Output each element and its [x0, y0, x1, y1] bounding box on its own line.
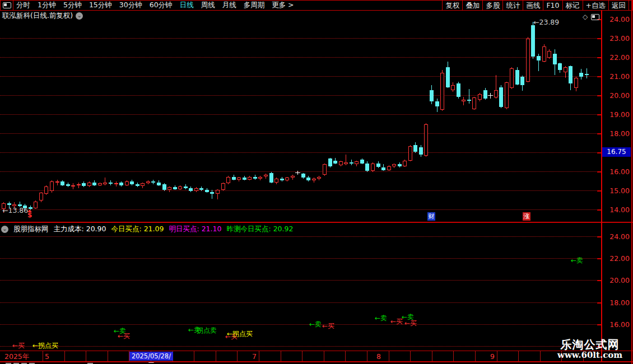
- indicator-field: 昨测今日买点: 20.92: [226, 225, 293, 234]
- time-axis-tick: [540, 351, 541, 361]
- tab-weekly[interactable]: 周线: [201, 1, 215, 10]
- news-badge[interactable]: 涨: [523, 212, 530, 221]
- candle-up: [221, 183, 225, 190]
- axis-tick: [597, 171, 601, 172]
- gridline: [0, 280, 601, 281]
- time-axis-tick: [518, 351, 519, 361]
- period-tabs: 分时1分钟5分钟15分钟30分钟60分钟日线周线月线多周期更多 >: [16, 1, 294, 10]
- tab-1min[interactable]: 1分钟: [38, 1, 56, 10]
- axis-tick: [597, 152, 601, 153]
- axis-tick: [597, 133, 601, 134]
- candle-up: [125, 181, 129, 185]
- candle-down: [333, 161, 337, 164]
- signal-buy: ←买: [322, 323, 334, 329]
- overlay-button[interactable]: 叠加: [462, 1, 482, 10]
- candle-up: [264, 175, 268, 176]
- chevron-down-icon[interactable]: ⌄: [1, 226, 8, 233]
- candle-down: [446, 67, 450, 87]
- gridline: [0, 209, 601, 210]
- diamond-icon[interactable]: ◇: [583, 13, 588, 21]
- gridline: [0, 236, 601, 237]
- maximize-pane-icon[interactable]: [591, 14, 599, 20]
- chevron-down-icon[interactable]: ⌄: [76, 12, 83, 20]
- gridline: [0, 258, 601, 259]
- candle-down: [365, 164, 369, 171]
- indicator-field: 今日买点: 21.09: [111, 225, 164, 234]
- layout-split-button[interactable]: [1, 1, 13, 10]
- tab-5min[interactable]: 5分钟: [63, 1, 82, 10]
- candle-up: [146, 181, 150, 183]
- tab-30min[interactable]: 30分钟: [119, 1, 142, 10]
- candle-down: [558, 63, 562, 70]
- candle-down: [269, 173, 273, 183]
- time-axis[interactable]: 2025/05/28/三 2025年5789: [0, 351, 633, 361]
- signal-sell: ←卖: [309, 321, 322, 328]
- time-axis-tick: [86, 351, 86, 361]
- time-axis-tick: [194, 351, 194, 361]
- adjust-price-button[interactable]: 复权: [442, 1, 462, 10]
- candle-up: [339, 161, 343, 165]
- axis-tick: [597, 324, 601, 325]
- gridline: [0, 302, 601, 303]
- candle-up: [344, 162, 348, 164]
- candle-wick: [469, 89, 469, 104]
- candle-up: [50, 181, 54, 191]
- candle-down: [157, 183, 161, 185]
- axis-tick: [597, 258, 601, 259]
- indicator-field: 主力成本: 20.90: [54, 225, 106, 234]
- tab-daily[interactable]: 日线: [180, 1, 194, 10]
- axis-tick: [597, 76, 601, 77]
- y-axis-label: 24.00: [604, 16, 630, 24]
- candle-down: [430, 90, 434, 101]
- tab-minute-chart[interactable]: 分时: [16, 1, 30, 10]
- signal-buy: ←买: [404, 320, 417, 326]
- add-watchlist-button[interactable]: +自选: [583, 1, 608, 10]
- y-axis-label: 24.00: [604, 233, 630, 241]
- candle-up: [312, 179, 316, 180]
- back-button[interactable]: 返回: [608, 1, 629, 10]
- watermark-url: www.60lt.com: [557, 351, 622, 360]
- candle-up: [371, 164, 375, 171]
- price-annotation: ←13.86: [2, 206, 28, 214]
- candle-down: [92, 183, 96, 185]
- y-axis-label: 18.00: [604, 299, 630, 307]
- candle-down: [280, 179, 284, 180]
- menu-more[interactable]: 更多 >: [272, 1, 294, 10]
- candle-up: [141, 183, 145, 186]
- axis-tick: [597, 190, 601, 192]
- signal-buy: ←买: [12, 342, 25, 349]
- main-lower-separator: [0, 222, 633, 223]
- toolbar-menu: 复权叠加多股统计画线F10标记+自选返回: [442, 1, 629, 10]
- news-badge[interactable]: 财: [427, 212, 435, 221]
- y-axis-label: 21.00: [604, 73, 630, 81]
- candle-down: [7, 203, 11, 205]
- candle-down: [360, 160, 364, 164]
- y-axis-label: 15.00: [604, 187, 630, 195]
- candle-doji: [488, 95, 493, 96]
- tab-15min[interactable]: 15分钟: [89, 1, 112, 10]
- y-axis-label: 22.00: [604, 54, 630, 62]
- axis-tick: [597, 302, 601, 304]
- candle-up: [44, 186, 48, 194]
- tab-60min[interactable]: 60分钟: [150, 1, 173, 10]
- candle-down: [435, 101, 439, 106]
- f10-button[interactable]: F10: [543, 1, 562, 10]
- tab-monthly[interactable]: 月线: [222, 1, 236, 10]
- chart-title-row: 联泓新科(日线.前复权) ⌄: [2, 11, 83, 20]
- multi-stock-button[interactable]: 多股: [482, 1, 502, 10]
- candle-up: [71, 185, 75, 186]
- tab-multi-period[interactable]: 多周期: [244, 1, 265, 10]
- gridline: [0, 38, 601, 39]
- y-axis-label: 23.00: [604, 35, 630, 43]
- statistics-button[interactable]: 统计: [502, 1, 523, 10]
- gridline: [0, 57, 601, 58]
- time-axis-tick: [432, 351, 432, 361]
- mark-button[interactable]: 标记: [562, 1, 583, 10]
- gridline: [0, 114, 601, 115]
- candle-up: [39, 193, 43, 200]
- menu-bar: 分时1分钟5分钟15分钟30分钟60分钟日线周线月线多周期更多 > 复权叠加多股…: [0, 0, 633, 11]
- watermark: 乐淘公式网 www.60lt.com: [557, 338, 622, 360]
- candle-up: [387, 166, 391, 170]
- draw-line-button[interactable]: 画线: [523, 1, 543, 10]
- signal-pivot-buy: ←拐点买: [32, 342, 58, 349]
